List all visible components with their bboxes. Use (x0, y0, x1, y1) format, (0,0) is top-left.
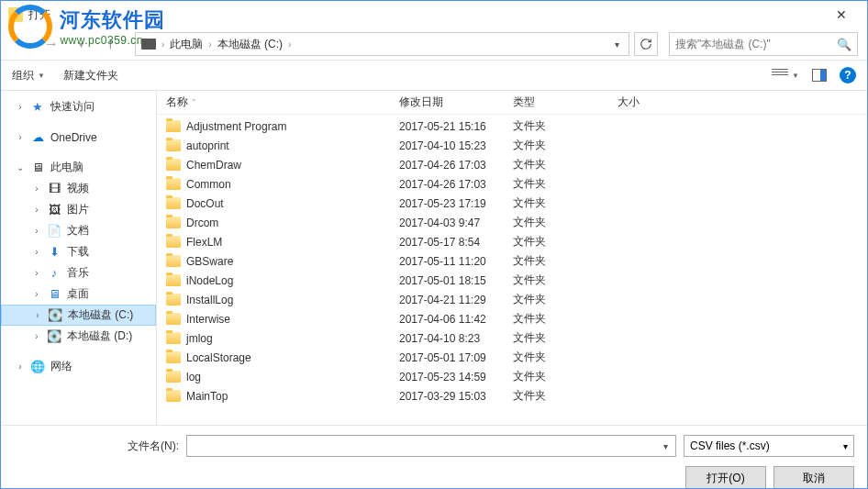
breadcrumb-sep: › (288, 39, 291, 50)
folder-icon (166, 236, 181, 248)
back-button[interactable]: ← (10, 32, 34, 56)
sidebar: ›★快速访问 ›☁OneDrive ⌄🖥此电脑 ›🎞视频 ›🖼图片 ›📄文档 ›… (1, 91, 157, 425)
col-name[interactable]: 名称˄ (166, 94, 399, 110)
desktop-icon: 🖥 (47, 287, 61, 302)
col-size[interactable]: 大小 (618, 94, 691, 110)
file-date: 2017-03-29 15:03 (399, 390, 513, 403)
col-date[interactable]: 修改日期 (399, 94, 513, 110)
file-row[interactable]: jmlog2017-04-10 8:23文件夹 (166, 328, 867, 348)
address-bar[interactable]: › 此电脑 › 本地磁盘 (C:) › ▾ (135, 32, 629, 56)
filename-dropdown-icon[interactable]: ▾ (660, 441, 672, 451)
sidebar-drive-c[interactable]: ›💽本地磁盘 (C:) (1, 305, 156, 326)
file-row[interactable]: Common2017-04-26 17:03文件夹 (166, 174, 867, 194)
folder-icon (166, 255, 181, 267)
file-row[interactable]: DocOut2017-05-23 17:19文件夹 (166, 194, 867, 213)
organize-button[interactable]: 组织▼ (12, 68, 45, 83)
file-row[interactable]: Interwise2017-04-06 11:42文件夹 (166, 309, 867, 328)
toolbar: 组织▼ 新建文件夹 ▼ ? (1, 60, 867, 91)
app-icon (8, 7, 23, 22)
sidebar-onedrive[interactable]: ›☁OneDrive (1, 127, 156, 148)
sidebar-documents[interactable]: ›📄文档 (1, 220, 156, 241)
file-type-filter[interactable]: CSV files (*.csv) ▾ (684, 435, 854, 457)
view-button[interactable]: ▼ (772, 69, 799, 82)
file-type: 文件夹 (513, 388, 618, 404)
file-row[interactable]: log2017-05-23 14:59文件夹 (166, 367, 867, 386)
folder-icon (166, 274, 181, 286)
open-button[interactable]: 打开(O) (685, 466, 766, 489)
file-name: autoprint (186, 139, 229, 152)
sidebar-quick-access[interactable]: ›★快速访问 (1, 96, 156, 117)
file-date: 2017-04-06 11:42 (399, 313, 513, 326)
search-box[interactable]: 🔍 (669, 32, 858, 56)
address-dropdown[interactable]: ▾ (611, 39, 623, 50)
file-name: FlexLM (186, 236, 222, 249)
file-date: 2017-04-03 9:47 (399, 217, 513, 229)
new-folder-button[interactable]: 新建文件夹 (63, 68, 118, 83)
file-row[interactable]: FlexLM2017-05-17 8:54文件夹 (166, 232, 867, 251)
file-type: 文件夹 (513, 330, 618, 346)
filename-input[interactable] (191, 439, 660, 452)
file-date: 2017-05-01 18:15 (399, 274, 513, 287)
sidebar-network[interactable]: ›🌐网络 (1, 356, 156, 377)
picture-icon: 🖼 (47, 203, 61, 217)
help-button[interactable]: ? (840, 67, 856, 83)
filename-label: 文件名(N): (14, 439, 179, 454)
file-type: 文件夹 (513, 272, 618, 288)
footer: 文件名(N): ▾ CSV files (*.csv) ▾ 打开(O) 取消 (1, 425, 867, 489)
file-name: ChemDraw (186, 159, 241, 172)
folder-icon (166, 120, 181, 132)
sidebar-music[interactable]: ›♪音乐 (1, 262, 156, 283)
folder-icon (166, 217, 181, 228)
forward-button[interactable]: → (39, 32, 63, 56)
file-row[interactable]: GBSware2017-05-11 11:20文件夹 (166, 251, 867, 271)
file-name: LocalStorage (186, 351, 251, 364)
up-button[interactable]: ↑ (98, 32, 122, 56)
file-type: 文件夹 (513, 253, 618, 269)
recent-dropdown[interactable]: ▾ (69, 32, 93, 56)
file-row[interactable]: InstallLog2017-04-21 11:29文件夹 (166, 290, 867, 309)
sidebar-videos[interactable]: ›🎞视频 (1, 178, 156, 199)
file-type: 文件夹 (513, 234, 618, 250)
search-input[interactable] (675, 38, 837, 50)
file-date: 2017-04-10 15:23 (399, 139, 513, 152)
sort-indicator-icon: ˄ (192, 98, 196, 107)
folder-icon (166, 294, 181, 306)
file-type: 文件夹 (513, 176, 618, 192)
sidebar-desktop[interactable]: ›🖥桌面 (1, 283, 156, 305)
folder-icon (166, 351, 181, 363)
file-row[interactable]: Adjustment Program2017-05-21 15:16文件夹 (166, 117, 867, 136)
preview-pane-button[interactable] (812, 69, 827, 82)
file-list[interactable]: Adjustment Program2017-05-21 15:16文件夹aut… (157, 115, 867, 425)
file-name: log (186, 371, 201, 383)
breadcrumb-sep: › (161, 39, 164, 50)
filename-combo[interactable]: ▾ (186, 435, 676, 457)
drive-icon: 💽 (48, 308, 62, 323)
file-date: 2017-05-23 14:59 (399, 371, 513, 383)
download-icon: ⬇ (47, 245, 61, 260)
file-name: Common (186, 178, 231, 191)
file-row[interactable]: ChemDraw2017-04-26 17:03文件夹 (166, 155, 867, 174)
file-type: 文件夹 (513, 350, 618, 365)
file-type: 文件夹 (513, 118, 618, 134)
folder-icon (166, 390, 181, 402)
close-button[interactable]: ✕ (823, 7, 860, 22)
breadcrumb-root[interactable]: 此电脑 (170, 37, 203, 52)
refresh-button[interactable] (634, 32, 658, 56)
breadcrumb-drive[interactable]: 本地磁盘 (C:) (217, 37, 283, 52)
file-row[interactable]: MainTop2017-03-29 15:03文件夹 (166, 386, 867, 406)
file-type: 文件夹 (513, 369, 618, 384)
sidebar-this-pc[interactable]: ⌄🖥此电脑 (1, 157, 156, 178)
file-date: 2017-05-21 15:16 (399, 120, 513, 133)
file-row[interactable]: Drcom2017-04-03 9:47文件夹 (166, 213, 867, 232)
cancel-button[interactable]: 取消 (773, 466, 854, 489)
file-row[interactable]: LocalStorage2017-05-01 17:09文件夹 (166, 348, 867, 367)
file-row[interactable]: iNodeLog2017-05-01 18:15文件夹 (166, 271, 867, 290)
sidebar-pictures[interactable]: ›🖼图片 (1, 199, 156, 220)
file-row[interactable]: autoprint2017-04-10 15:23文件夹 (166, 136, 867, 155)
search-icon[interactable]: 🔍 (837, 38, 851, 51)
sidebar-downloads[interactable]: ›⬇下载 (1, 241, 156, 262)
col-type[interactable]: 类型 (513, 94, 618, 110)
folder-icon (166, 313, 181, 325)
sidebar-drive-d[interactable]: ›💽本地磁盘 (D:) (1, 326, 156, 347)
file-date: 2017-05-23 17:19 (399, 197, 513, 210)
